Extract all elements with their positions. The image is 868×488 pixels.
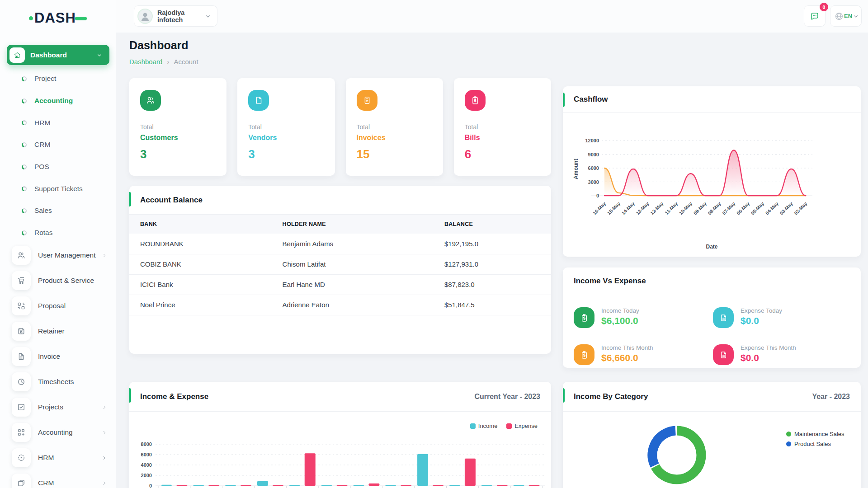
sidebar-item-accounting[interactable]: Accounting bbox=[0, 420, 116, 445]
card-title: Account Balance bbox=[140, 196, 203, 205]
breadcrumb-link-dashboard[interactable]: Dashboard bbox=[129, 58, 162, 66]
legend-label: Income bbox=[478, 422, 498, 429]
legend-swatch bbox=[470, 423, 476, 429]
sidebar-item-crm[interactable]: CRM bbox=[0, 470, 116, 488]
bullet-icon bbox=[22, 208, 27, 213]
bullet-icon bbox=[22, 76, 27, 81]
card-header: Cashflow bbox=[563, 86, 861, 113]
bills-icon bbox=[465, 90, 486, 111]
breadcrumb: Dashboard › Account bbox=[129, 58, 198, 66]
svg-text:0: 0 bbox=[596, 193, 599, 198]
svg-text:07-May: 07-May bbox=[721, 201, 736, 216]
table-cell: Adrienne Eaton bbox=[272, 295, 434, 315]
language-selector[interactable]: EN bbox=[830, 5, 862, 27]
sidebar-subitem-support-tickets[interactable]: Support Tickets bbox=[0, 178, 116, 200]
svg-text:8000: 8000 bbox=[141, 441, 152, 447]
dash-app: DASH Dashboard ProjectAccountingHRMCRMPO… bbox=[0, 0, 868, 488]
svg-text:06-May: 06-May bbox=[736, 201, 751, 216]
workspace-dropdown[interactable]: Rajodiya infotech bbox=[134, 5, 217, 27]
sidebar-item-product-service[interactable]: Product & Service bbox=[0, 268, 116, 293]
card-header: Income By Category Year - 2023 bbox=[563, 382, 861, 412]
legend-item-expense[interactable]: Expense bbox=[506, 422, 538, 429]
sidebar-item-user-management[interactable]: User Management bbox=[0, 243, 116, 268]
legend-label: Maintenance Sales bbox=[794, 431, 844, 437]
ive-label: Income This Month bbox=[601, 344, 653, 351]
svg-text:14-May: 14-May bbox=[620, 201, 636, 216]
logo-text: DASH bbox=[34, 10, 76, 26]
sidebar-subitem-rotas[interactable]: Rotas bbox=[0, 222, 116, 244]
card-title: Income & Expense bbox=[140, 392, 208, 401]
sidebar-subitem-hrm[interactable]: HRM bbox=[0, 112, 116, 134]
sidebar-item-label: Invoice bbox=[38, 352, 108, 361]
sidebar-item-hrm[interactable]: HRM bbox=[0, 445, 116, 470]
bullet-icon bbox=[22, 142, 27, 147]
sidebar-item-invoice[interactable]: Invoice bbox=[0, 344, 116, 369]
legend-item-maintenance-sales[interactable]: Maintenance Sales bbox=[786, 431, 844, 437]
column-header: HOLDER NAME bbox=[272, 215, 434, 234]
table-row: COBIZ BANKChisom Latifat$127,931.0 bbox=[129, 254, 551, 274]
table-row: ICICI BankEarl Hane MD$87,823.0 bbox=[129, 274, 551, 295]
cashflow-card: Cashflow Amount 03000600090001200016-May… bbox=[563, 86, 861, 257]
svg-text:04-May: 04-May bbox=[764, 201, 779, 216]
x-axis-label: Date bbox=[563, 244, 861, 250]
page-title: Dashboard bbox=[129, 39, 189, 52]
sidebar-subitem-label: Project bbox=[34, 75, 56, 83]
svg-text:16-May: 16-May bbox=[592, 201, 607, 216]
sidebar-item-label: CRM bbox=[38, 479, 101, 487]
users-icon bbox=[12, 246, 31, 265]
sidebar-subitem-pos[interactable]: POS bbox=[0, 156, 116, 178]
svg-text:02-May: 02-May bbox=[793, 201, 808, 216]
stat-label: Invoices bbox=[357, 134, 432, 142]
cart-icon bbox=[12, 271, 31, 290]
legend-item-product-sales[interactable]: Product Sales bbox=[786, 441, 844, 447]
chevron-right-icon bbox=[101, 455, 108, 461]
retainer-icon bbox=[12, 322, 31, 341]
crm-icon bbox=[12, 474, 31, 488]
svg-text:9000: 9000 bbox=[588, 152, 599, 157]
home-icon bbox=[9, 47, 25, 63]
invoices-icon bbox=[357, 90, 377, 111]
legend-dot bbox=[786, 432, 791, 436]
ive-label: Income Today bbox=[601, 307, 639, 314]
sidebar-item-label: Projects bbox=[38, 403, 101, 411]
stat-prefix: Total bbox=[140, 123, 216, 131]
main-content: Dashboard Dashboard › Account Total Cust… bbox=[116, 33, 868, 488]
hrm-icon bbox=[12, 448, 31, 467]
stat-cards-row: Total Customers 3 Total Vendors 3 Total … bbox=[129, 78, 551, 176]
stat-prefix: Total bbox=[465, 123, 540, 131]
sidebar-dashboard-children: ProjectAccountingHRMCRMPOSSupport Ticket… bbox=[0, 68, 116, 244]
sidebar-item-dashboard[interactable]: Dashboard bbox=[7, 45, 109, 65]
chevron-right-icon bbox=[101, 429, 108, 436]
sidebar-item-label: Product & Service bbox=[38, 277, 108, 285]
breadcrumb-separator: › bbox=[167, 58, 169, 66]
table-cell: Chisom Latifat bbox=[272, 254, 434, 274]
sidebar-subitem-crm[interactable]: CRM bbox=[0, 134, 116, 156]
sidebar-item-label: Accounting bbox=[38, 428, 101, 436]
legend-dot bbox=[786, 441, 791, 446]
bullet-icon bbox=[22, 164, 27, 169]
table-cell: $51,847.5 bbox=[434, 295, 551, 315]
ive-item-income-this-month: Income This Month $6,660.0 bbox=[574, 344, 653, 365]
messages-button[interactable]: 0 bbox=[804, 5, 826, 27]
sidebar-item-retainer[interactable]: Retainer bbox=[0, 319, 116, 344]
sidebar-item-label: Timesheets bbox=[38, 378, 108, 386]
sidebar-subitem-accounting[interactable]: Accounting bbox=[0, 90, 116, 112]
ive-value: $6,660.0 bbox=[601, 352, 653, 363]
chart-legend: IncomeExpense bbox=[470, 422, 538, 429]
stat-label: Customers bbox=[140, 134, 216, 142]
sidebar-subitem-sales[interactable]: Sales bbox=[0, 200, 116, 222]
svg-text:3000: 3000 bbox=[588, 179, 599, 185]
legend-item-income[interactable]: Income bbox=[470, 422, 498, 429]
sidebar-item-label: Retainer bbox=[38, 327, 108, 335]
sidebar-item-label: HRM bbox=[38, 454, 101, 462]
account-balance-table: BANKHOLDER NAMEBALANCE ROUNDBANKBenjamin… bbox=[129, 215, 551, 315]
income-by-category-card: Income By Category Year - 2023 Maintenan… bbox=[563, 382, 861, 488]
sidebar-item-proposal[interactable]: Proposal bbox=[0, 293, 116, 319]
bullet-icon bbox=[22, 120, 27, 125]
stat-label: Vendors bbox=[248, 134, 324, 142]
sidebar-item-timesheets[interactable]: Timesheets bbox=[0, 369, 116, 394]
sidebar-subitem-project[interactable]: Project bbox=[0, 68, 116, 90]
cashflow-chart: 03000600090001200016-May15-May14-May13-M… bbox=[563, 113, 861, 242]
sidebar-item-projects[interactable]: Projects bbox=[0, 394, 116, 420]
sidebar-subitem-label: Support Tickets bbox=[34, 185, 83, 193]
